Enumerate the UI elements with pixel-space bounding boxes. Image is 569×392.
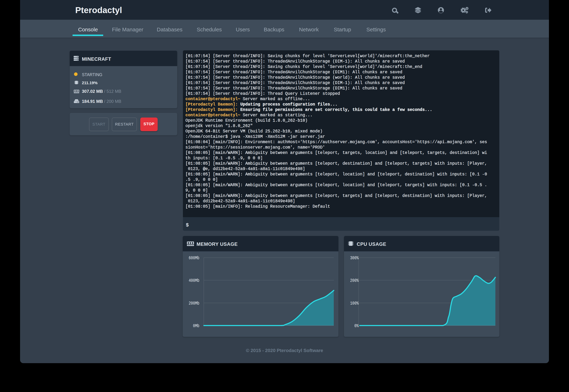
svg-text:400Mb: 400Mb [189, 278, 199, 283]
svg-text:0%: 0% [354, 323, 359, 329]
svg-text:200%: 200% [350, 278, 359, 283]
svg-text:0Mb: 0Mb [193, 323, 199, 329]
svg-text:600Mb: 600Mb [189, 255, 199, 261]
svg-text:200Mb: 200Mb [189, 301, 199, 306]
svg-text:300%: 300% [350, 255, 359, 261]
svg-text:100%: 100% [350, 301, 359, 306]
